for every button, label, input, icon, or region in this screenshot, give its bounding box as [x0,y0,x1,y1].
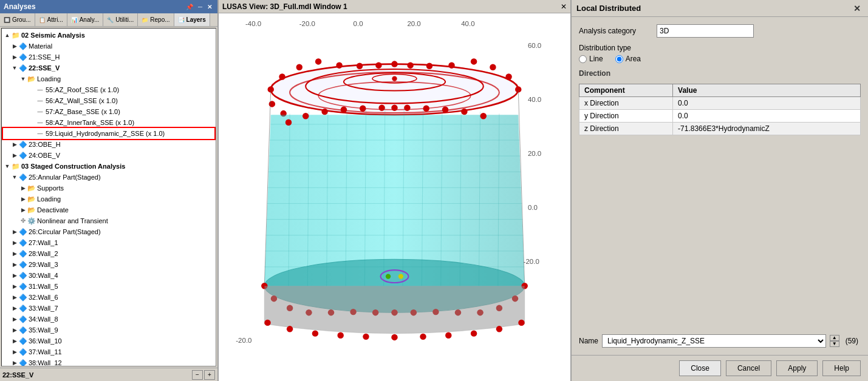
tab-utiliti[interactable]: 🔧 Utiliti... [103,13,138,26]
tree-item-02seismic[interactable]: ▲ 📁 02 Seismic Analysis [3,30,214,41]
tab-group[interactable]: 🔲 Grou... [0,13,35,26]
tab-attri-label: Attri... [47,16,63,23]
expand-deactivate[interactable]: ▶ [20,207,26,213]
help-button[interactable]: Help [822,360,861,376]
tree-item-nonlinear[interactable]: ✤ ⚙️ Nonlinear and Transient [3,215,214,226]
apply-button[interactable]: Apply [776,360,818,376]
tree-item-31wall5[interactable]: ▶ 🔷 31:Wall_5 [3,281,214,292]
tree-item-33wall7[interactable]: ▶ 🔷 33:Wall_7 [3,303,214,314]
tree-item-az_inner[interactable]: — 58:AZ_InnerTank_SSE (x 1.0) [3,117,214,128]
close-panel-button[interactable]: ✕ [205,4,214,10]
model-canvas[interactable]: -40.0 -20.0 0.0 20.0 40.0 60.0 40.0 20.0… [219,13,570,381]
tree-item-28wall2[interactable]: ▶ 🔷 28:Wall_2 [3,248,214,259]
dialog-panel: Local Distributed ✕ Analysis category Di… [570,0,868,381]
tab-group-label: Grou... [12,16,31,23]
svg-point-27 [315,58,321,64]
tree-item-03staged[interactable]: ▼ 📁 03 Staged Construction Analysis [3,161,214,172]
tab-attri[interactable]: 📋 Attri... [35,13,67,26]
tree-item-az_base[interactable]: — 57:AZ_Base_SSE (x 1.0) [3,106,214,117]
viewport-content[interactable]: -40.0 -20.0 0.0 20.0 40.0 60.0 40.0 20.0… [219,13,570,381]
label-supports: Supports [37,183,64,193]
radio-area-input[interactable] [615,55,623,63]
minus-button[interactable]: − [192,370,203,380]
expand-material[interactable]: ▶ [12,43,18,49]
label-deactivate: Deactivate [37,205,69,215]
expand-25annular[interactable]: ▼ [12,174,18,180]
tree-panel[interactable]: ▲ 📁 02 Seismic Analysis ▶ 🔷 Material ▶ 🔷 [1,28,216,366]
tree-item-36wall10[interactable]: ▶ 🔷 36:Wall_10 [3,335,214,346]
tree-item-21sse_h[interactable]: ▶ 🔷 21:SSE_H [3,52,214,62]
tree-item-29wall3[interactable]: ▶ 🔷 29:Wall_3 [3,259,214,270]
name-select[interactable]: Liquid_Hydrodynamic_Z_SSE [602,334,826,348]
viewport-close-button[interactable]: ✕ [561,2,567,11]
plus-button[interactable]: + [204,370,215,380]
spinner-up[interactable]: ▲ [830,335,839,341]
viewport-title-bar: LUSAS View: 3D_Full.mdl Window 1 ✕ [219,0,570,13]
expand-02seismic[interactable]: ▲ [4,32,10,38]
tree-item-az_roof[interactable]: — 55:AZ_Roof_SSE (x 1.0) [3,84,214,95]
label-nonlinear: Nonlinear and Transient [37,216,108,226]
tab-repo[interactable]: 📁 Repo... [138,13,174,26]
tree-item-24obe_v[interactable]: ▶ 🔷 24:OBE_V [3,150,214,161]
tree-item-25annular[interactable]: ▼ 🔷 25:Annular Part(Staged) [3,172,214,183]
tree-item-34wall8[interactable]: ▶ 🔷 34:Wall_8 [3,314,214,325]
expand-22sse_v[interactable]: ▼ [12,65,18,71]
tree-item-32wall6[interactable]: ▶ 🔷 32:Wall_6 [3,292,214,303]
expand-23obe_h[interactable]: ▶ [12,141,18,147]
tree-item-loading[interactable]: ▼ 📂 Loading [3,73,214,84]
svg-point-25 [357,62,363,69]
svg-text:0.0: 0.0 [528,204,538,211]
svg-point-90 [398,274,403,278]
item-icon-az_inner: — [36,118,44,127]
svg-point-99 [341,107,347,113]
tree-item-material[interactable]: ▶ 🔷 Material [3,41,214,52]
tree-item-26circular[interactable]: ▶ 🔷 26:Circular Part(Staged) [3,226,214,237]
expand-24obe_v[interactable]: ▶ [12,152,18,158]
load-icon-deactivate: 📂 [27,206,36,214]
svg-text:0.0: 0.0 [354,20,363,27]
item-icon-az_wall: — [36,96,44,105]
expand-supports[interactable]: ▶ [20,185,26,191]
tab-layers-label: Layers [186,16,206,23]
tree-item-23obe_h[interactable]: ▶ 🔷 23:OBE_H [3,139,214,150]
cell-y-component: y Direction [579,110,673,123]
tab-layers[interactable]: 📑 Layers [174,13,210,26]
close-button[interactable]: Close [679,360,721,376]
tree-item-30wall4[interactable]: ▶ 🔷 30:Wall_4 [3,270,214,281]
expand-loading2[interactable]: ▶ [20,196,26,202]
tree-item-supports[interactable]: ▶ 📂 Supports [3,183,214,194]
cancel-button[interactable]: Cancel [726,360,771,376]
spinner-down[interactable]: ▼ [830,341,839,347]
analysis-category-input[interactable] [657,24,754,38]
item-icon-liquid_hydro: — [36,129,44,138]
tree-item-27wall1[interactable]: ▶ 🔷 27:Wall_1 [3,237,214,248]
distribution-type-label: Distribution type [579,44,861,52]
svg-text:-40.0: -40.0 [245,20,261,27]
expand-21sse_h[interactable]: ▶ [12,54,18,60]
item-icon-az_roof: — [36,86,44,94]
tree-item-deactivate[interactable]: ▶ 📂 Deactivate [3,204,214,215]
tree-item-22sse_v[interactable]: ▼ 🔷 22:SSE_V [3,62,214,73]
minimize-button[interactable]: ─ [196,4,204,10]
svg-point-87 [392,76,397,81]
radio-area[interactable]: Area [615,55,641,63]
radio-line-input[interactable] [579,55,587,63]
svg-text:20.0: 20.0 [528,150,541,157]
tree-item-liquid_hydro[interactable]: — 59:Liquid_Hydrodynamic_Z_SSE (x 1.0) [3,128,214,139]
dialog-close-button[interactable]: ✕ [851,2,863,15]
tree-item-loading2[interactable]: ▶ 📂 Loading [3,194,214,204]
item-icon-nonlinear: ⚙️ [27,217,36,225]
tree-content: ▲ 📁 02 Seismic Analysis ▶ 🔷 Material ▶ 🔷 [2,29,216,366]
tree-item-35wall9[interactable]: ▶ 🔷 35:Wall_9 [3,325,214,335]
tree-item-38wall12[interactable]: ▶ 🔷 38:Wall_12 [3,357,214,366]
tree-item-az_wall[interactable]: — 56:AZ_Wall_SSE (x 1.0) [3,95,214,106]
pin-button[interactable]: 📌 [184,4,195,10]
expand-loading[interactable]: ▼ [20,76,26,82]
tree-item-37wall11[interactable]: ▶ 🔷 37:Wall_11 [3,346,214,357]
svg-point-74 [496,326,502,332]
radio-line[interactable]: Line [579,55,603,63]
expand-26circular[interactable]: ▶ [12,229,18,235]
expand-03staged[interactable]: ▼ [4,163,10,169]
utiliti-icon: 🔧 [107,17,114,23]
tab-analy[interactable]: 📊 Analy... [67,13,104,26]
